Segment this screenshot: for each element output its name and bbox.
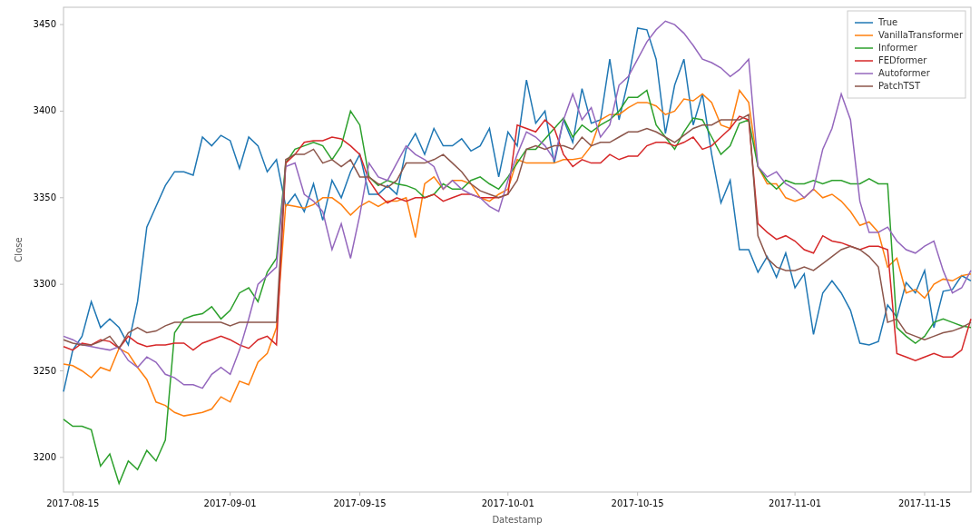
legend-label: Informer [878, 43, 918, 53]
y-tick-label: 3400 [34, 105, 56, 115]
y-tick-label: 3350 [34, 192, 56, 202]
legend-label: VanillaTransformer [878, 30, 964, 40]
svg-rect-0 [64, 7, 971, 492]
x-tick-label: 2017-08-15 [46, 498, 99, 508]
y-tick-label: 3250 [34, 366, 56, 376]
legend-label: FEDformer [878, 55, 927, 65]
x-tick-label: 2017-10-15 [612, 498, 664, 508]
x-tick-label: 2017-09-15 [333, 498, 386, 508]
legend-label: Autoformer [878, 68, 931, 78]
y-tick-label: 3300 [34, 279, 56, 289]
x-tick-label: 2017-11-15 [898, 498, 951, 508]
y-tick-label: 3200 [34, 452, 56, 462]
y-tick-label: 3450 [34, 19, 56, 29]
x-axis-label: Datestamp [492, 515, 542, 525]
chart-container: 3200325033003350340034502017-08-152017-0… [0, 0, 980, 532]
x-tick-label: 2017-11-01 [769, 498, 821, 508]
x-tick-label: 2017-10-01 [482, 498, 534, 508]
line-chart: 3200325033003350340034502017-08-152017-0… [0, 0, 980, 532]
legend-label: True [877, 17, 897, 27]
x-tick-label: 2017-09-01 [204, 498, 257, 508]
series-line-true [64, 28, 971, 392]
legend-label: PatchTST [878, 81, 921, 91]
series-line-vanillatransformer [64, 91, 971, 417]
y-axis-label: Close [14, 237, 24, 261]
series-line-autoformer [64, 21, 971, 388]
